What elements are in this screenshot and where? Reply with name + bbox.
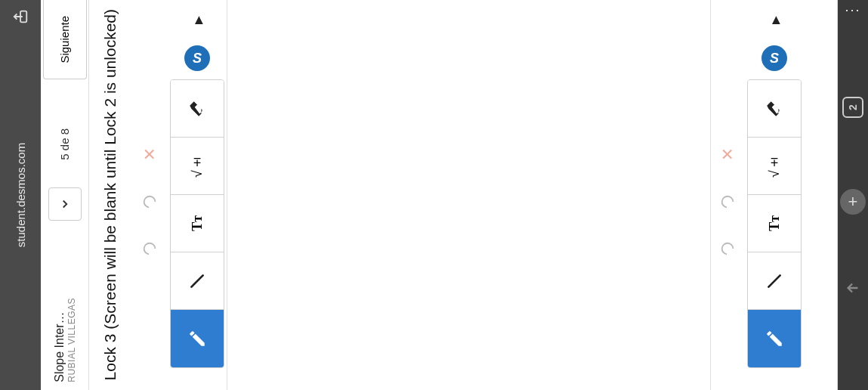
screen-title: Lock 3 (Screen will be blank until Lock … bbox=[100, 9, 121, 380]
screen-picker-dropdown[interactable] bbox=[48, 187, 82, 221]
share-up-icon[interactable] bbox=[845, 280, 861, 296]
sketch-block-2: × ▶ S √± Tт bbox=[711, 0, 838, 390]
share-icon[interactable] bbox=[10, 6, 31, 27]
svg-line-2 bbox=[768, 275, 780, 286]
browser-tab-bar: ⋮ 2 + bbox=[838, 0, 868, 390]
activity-main: Siguiente 5 de 8 Slope Inter… RUBIAL VIL… bbox=[41, 0, 838, 390]
line-tool[interactable] bbox=[171, 252, 224, 310]
redo-icon[interactable] bbox=[141, 193, 158, 210]
close-icon[interactable]: × bbox=[137, 148, 162, 160]
sketch-canvas-1[interactable] bbox=[227, 0, 711, 390]
undo-icon[interactable] bbox=[719, 240, 736, 257]
sketch-color-badge[interactable]: S bbox=[184, 45, 210, 71]
eraser-tool[interactable] bbox=[748, 80, 801, 138]
tab-count: 2 bbox=[847, 104, 859, 110]
next-button-label: Siguiente bbox=[58, 16, 71, 63]
redo-icon[interactable] bbox=[719, 193, 736, 210]
new-tab-icon[interactable]: + bbox=[840, 189, 866, 215]
sketch-toolbar: √± Tт bbox=[170, 79, 224, 368]
sketch-badge-letter: S bbox=[770, 51, 779, 67]
undo-icon[interactable] bbox=[141, 240, 158, 257]
sketch-toolbar-2: √± Tт bbox=[747, 79, 802, 368]
close-icon[interactable]: × bbox=[715, 148, 740, 160]
text-tool[interactable]: Tт bbox=[748, 195, 801, 252]
expand-tools-icon[interactable]: ▶ bbox=[768, 16, 780, 24]
next-button[interactable]: Siguiente bbox=[43, 0, 87, 79]
more-vertical-icon[interactable]: ⋮ bbox=[844, 3, 862, 20]
browser-address-bar: student.desmos.com bbox=[0, 0, 41, 390]
svg-line-1 bbox=[191, 275, 202, 286]
sketch-history-controls-2: × bbox=[711, 0, 744, 390]
page-counter: 5 de 8 bbox=[58, 128, 71, 160]
activity-info: Slope Inter… RUBIAL VILLEGAS bbox=[53, 298, 77, 382]
draw-tool[interactable] bbox=[171, 310, 224, 367]
sketch-color-badge[interactable]: S bbox=[761, 45, 787, 71]
math-tool[interactable]: √± bbox=[171, 138, 224, 195]
math-tool[interactable]: √± bbox=[748, 138, 801, 195]
sketch-history-controls: × bbox=[131, 0, 168, 390]
teacher-name: RUBIAL VILLEGAS bbox=[66, 298, 77, 382]
eraser-tool[interactable] bbox=[171, 80, 224, 138]
text-tool[interactable]: Tт bbox=[171, 195, 224, 252]
sketch-toolbar-area: ▶ S √± Tт bbox=[168, 0, 227, 390]
screen-title-area: Lock 3 (Screen will be blank until Lock … bbox=[89, 0, 131, 390]
sketch-toolbar-area-2: ▶ S √± Tт bbox=[744, 0, 805, 390]
sketch-badge-letter: S bbox=[193, 51, 202, 67]
browser-url[interactable]: student.desmos.com bbox=[14, 143, 27, 247]
tab-count-badge[interactable]: 2 bbox=[842, 97, 863, 118]
expand-tools-icon[interactable]: ▶ bbox=[191, 16, 203, 24]
activity-header: Siguiente 5 de 8 Slope Inter… RUBIAL VIL… bbox=[41, 0, 89, 390]
activity-title: Slope Inter… bbox=[53, 298, 66, 382]
line-tool[interactable] bbox=[748, 252, 801, 310]
draw-tool[interactable] bbox=[748, 310, 801, 367]
